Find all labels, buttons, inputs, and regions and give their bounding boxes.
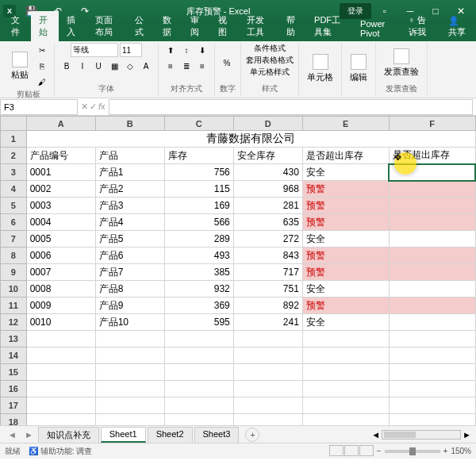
percent-icon[interactable]: % (220, 56, 234, 71)
sheet-tab-3[interactable]: Sheet3 (194, 427, 240, 443)
font-name-select[interactable] (71, 43, 118, 57)
cell[interactable]: 预警 (302, 298, 389, 314)
cell[interactable]: 产品1 (95, 164, 164, 181)
cell[interactable]: 0010 (26, 314, 95, 331)
row-header-16[interactable]: 16 (1, 381, 27, 397)
horizontal-scrollbar[interactable] (382, 430, 461, 440)
cell[interactable] (233, 381, 302, 397)
cell[interactable]: 281 (233, 198, 302, 214)
row-header-8[interactable]: 8 (1, 248, 27, 264)
cell[interactable]: 产品10 (95, 314, 164, 331)
cell[interactable]: 932 (164, 281, 233, 298)
sheet-nav-prev-icon[interactable]: ◄ (5, 430, 20, 440)
cell[interactable]: 预警 (302, 214, 389, 231)
cell[interactable] (389, 298, 475, 314)
cell[interactable]: 595 (164, 314, 233, 331)
row-header-17[interactable]: 17 (1, 397, 27, 414)
row-header-4[interactable]: 4 (1, 181, 27, 198)
ribbon-tab-1[interactable]: 开始 (31, 11, 59, 41)
cell[interactable]: 产品5 (95, 231, 164, 248)
row-header-18[interactable]: 18 (1, 414, 27, 426)
cell[interactable] (95, 364, 164, 381)
ribbon-tab-3[interactable]: 页面布局 (87, 11, 127, 41)
formula-bar[interactable] (109, 99, 473, 115)
row-header-15[interactable]: 15 (1, 364, 27, 381)
cell[interactable] (233, 414, 302, 426)
sheet-tab-2[interactable]: Sheet2 (148, 427, 193, 443)
cell[interactable] (164, 364, 233, 381)
align-bot-icon[interactable]: ⬇ (195, 43, 209, 57)
align-top-icon[interactable]: ⬆ (163, 43, 178, 57)
merged-title-cell[interactable]: 青藤数据有限公司 (26, 131, 475, 148)
cell[interactable]: 717 (233, 264, 302, 281)
conditional-format-button[interactable]: 条件格式 (254, 43, 286, 54)
cell[interactable]: 430 (233, 164, 302, 181)
cell[interactable]: 493 (164, 248, 233, 264)
align-left-icon[interactable]: ≡ (163, 59, 178, 73)
row-header-10[interactable]: 10 (1, 281, 27, 298)
cell[interactable] (389, 381, 475, 397)
cell[interactable]: 0006 (26, 248, 95, 264)
ribbon-tab-6[interactable]: 审阅 (182, 11, 210, 41)
cell[interactable]: 843 (233, 248, 302, 264)
view-buttons[interactable] (328, 445, 374, 458)
add-sheet-button[interactable]: + (245, 428, 259, 442)
cell[interactable]: 预警 (302, 198, 389, 214)
cell[interactable] (389, 264, 475, 281)
cell[interactable] (164, 331, 233, 347)
cell[interactable]: 756 (164, 164, 233, 181)
cell[interactable] (302, 364, 389, 381)
cell[interactable] (26, 414, 95, 426)
cell[interactable] (389, 198, 475, 214)
cell[interactable] (389, 331, 475, 347)
ribbon-tab-11[interactable]: Power Pivot (352, 16, 401, 41)
cell[interactable]: 安全 (302, 314, 389, 331)
cell[interactable]: 385 (164, 264, 233, 281)
cell[interactable]: 产品8 (95, 281, 164, 298)
format-table-button[interactable]: 套用表格格式 (246, 55, 294, 66)
cell[interactable] (389, 248, 475, 264)
col-header-F[interactable]: F (389, 117, 475, 131)
ribbon-tab-2[interactable]: 插入 (59, 11, 86, 41)
invoice-button[interactable]: 发票查验 (381, 47, 422, 79)
cell[interactable]: 预警 (302, 181, 389, 198)
scroll-right-icon[interactable]: ► (463, 430, 471, 440)
status-accessibility[interactable]: ♿ 辅助功能: 调查 (29, 446, 92, 457)
cell[interactable]: 预警 (302, 264, 389, 281)
cell[interactable]: 安全 (302, 281, 389, 298)
cell[interactable] (26, 381, 95, 397)
cell[interactable]: 0008 (26, 281, 95, 298)
col-header-A[interactable]: A (26, 117, 95, 131)
cell[interactable] (233, 331, 302, 347)
cell[interactable] (95, 331, 164, 347)
sheet-nav-next-icon[interactable]: ► (21, 430, 36, 440)
zoom-slider[interactable] (385, 450, 440, 453)
row-header-3[interactable]: 3 (1, 164, 27, 181)
cell[interactable]: 产品3 (95, 198, 164, 214)
row-header-14[interactable]: 14 (1, 347, 27, 364)
row-header-1[interactable]: 1 (1, 131, 27, 148)
font-ctrl-5[interactable]: A (139, 59, 153, 73)
cell[interactable] (164, 347, 233, 364)
cell[interactable] (302, 397, 389, 414)
cell[interactable] (302, 381, 389, 397)
name-box[interactable]: F3 (0, 99, 78, 115)
header-cell[interactable]: 库存 (164, 148, 233, 164)
cell[interactable]: 635 (233, 214, 302, 231)
font-ctrl-1[interactable]: I (75, 59, 90, 73)
font-ctrl-4[interactable]: ◇ (123, 59, 137, 73)
cell[interactable]: 预警 (302, 248, 389, 264)
fx-icon[interactable]: fx (98, 102, 106, 112)
ribbon-tab-4[interactable]: 公式 (127, 11, 155, 41)
ribbon-tab-5[interactable]: 数据 (155, 11, 182, 41)
ribbon-tab-10[interactable]: PDF工具集 (306, 11, 352, 41)
cell[interactable] (26, 347, 95, 364)
cell[interactable]: 892 (233, 298, 302, 314)
ribbon-tab-8[interactable]: 开发工具 (239, 11, 278, 41)
cell[interactable]: 产品4 (95, 214, 164, 231)
cell[interactable] (389, 347, 475, 364)
cell[interactable]: 289 (164, 231, 233, 248)
font-size-select[interactable] (120, 43, 142, 57)
cell[interactable] (389, 181, 475, 198)
cell[interactable]: 369 (164, 298, 233, 314)
